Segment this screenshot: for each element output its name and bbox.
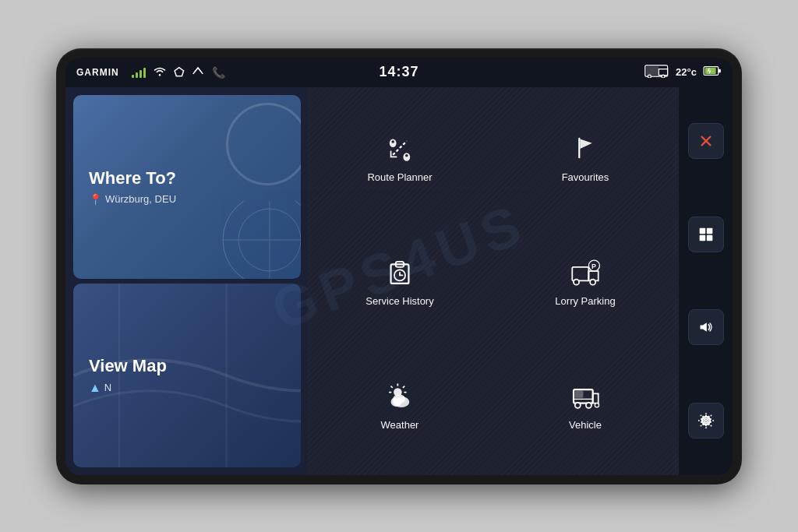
svg-rect-49 xyxy=(699,235,705,241)
device-shell: GARMIN ⬠ xyxy=(56,48,742,484)
svg-point-16 xyxy=(405,154,408,157)
route-planner-icon xyxy=(383,131,417,165)
service-history-icon xyxy=(383,255,417,289)
view-map-title: View Map xyxy=(89,356,285,376)
menu-item-vehicle[interactable]: Vehicle xyxy=(493,343,678,467)
svg-rect-6 xyxy=(719,69,721,73)
view-map-subtitle: ▲ N xyxy=(89,381,285,395)
status-right: 22°c xyxy=(644,64,722,80)
vehicle-label: Vehicle xyxy=(569,419,602,431)
vehicle-icon xyxy=(568,379,602,413)
svg-point-25 xyxy=(574,280,579,285)
compass-arrow-icon: ▲ xyxy=(89,381,101,395)
status-time: 14:37 xyxy=(379,64,418,80)
svg-line-31 xyxy=(403,386,404,387)
favourites-icon xyxy=(568,131,602,165)
lorry-parking-icon: P xyxy=(568,255,602,289)
settings-button[interactable]: ⚙ xyxy=(688,403,724,439)
svg-rect-47 xyxy=(699,227,705,234)
where-to-title: Where To? xyxy=(89,168,285,188)
menu-item-service-history[interactable]: Service History xyxy=(307,219,493,343)
menu-item-favourites[interactable]: Favourites xyxy=(493,95,678,219)
right-sidebar: ⚙ xyxy=(678,87,733,475)
garmin-logo: GARMIN xyxy=(76,67,119,78)
svg-point-44 xyxy=(595,403,598,407)
menu-item-weather[interactable]: Weather xyxy=(307,343,493,467)
truck-status-icon xyxy=(644,64,669,80)
favourites-label: Favourites xyxy=(562,171,609,183)
svg-rect-50 xyxy=(706,235,712,241)
svg-point-0 xyxy=(158,74,160,76)
signal-icon xyxy=(192,65,204,79)
svg-rect-17 xyxy=(578,137,580,157)
center-panel: Route Planner Favourites xyxy=(307,87,678,475)
svg-point-26 xyxy=(590,280,595,285)
temperature-display: 22°c xyxy=(676,66,697,78)
weather-icon xyxy=(383,379,417,413)
svg-line-34 xyxy=(391,386,392,387)
svg-text:P: P xyxy=(591,262,596,270)
service-history-label: Service History xyxy=(365,295,433,307)
where-to-card[interactable]: Where To? 📍 Würzburg, DEU xyxy=(73,95,301,279)
wifi-icon xyxy=(154,66,166,79)
signal-bars-icon xyxy=(132,67,146,78)
screen: GARMIN ⬠ xyxy=(65,58,733,475)
left-panel: Where To? 📍 Würzburg, DEU View Map ▲ N xyxy=(65,87,307,475)
svg-point-15 xyxy=(403,153,410,161)
bluetooth-icon: ⬠ xyxy=(174,65,184,79)
view-map-card[interactable]: View Map ▲ N xyxy=(73,284,301,467)
main-content: Where To? 📍 Würzburg, DEU View Map ▲ N xyxy=(65,87,733,475)
menu-item-lorry-parking[interactable]: P Lorry Parking xyxy=(493,219,678,343)
status-bar: GARMIN ⬠ xyxy=(65,58,733,87)
svg-rect-40 xyxy=(575,391,584,398)
volume-button[interactable] xyxy=(688,309,724,345)
svg-point-14 xyxy=(391,140,394,143)
weather-label: Weather xyxy=(381,419,419,431)
svg-point-43 xyxy=(586,403,591,408)
svg-point-4 xyxy=(662,75,665,78)
menu-item-route-planner[interactable]: Route Planner xyxy=(307,95,493,219)
svg-rect-48 xyxy=(706,227,712,234)
status-left: GARMIN ⬠ xyxy=(76,65,225,79)
svg-point-38 xyxy=(393,395,405,404)
lorry-parking-label: Lorry Parking xyxy=(555,295,615,307)
svg-point-3 xyxy=(648,75,651,78)
svg-point-42 xyxy=(575,403,581,408)
location-pin-icon: 📍 xyxy=(89,193,102,206)
phone-icon: 📞 xyxy=(212,66,225,79)
battery-icon xyxy=(703,65,722,79)
route-planner-label: Route Planner xyxy=(367,171,432,183)
grid-button[interactable] xyxy=(688,217,724,252)
svg-rect-2 xyxy=(647,66,659,75)
close-button[interactable] xyxy=(688,123,724,159)
svg-rect-23 xyxy=(572,267,588,281)
